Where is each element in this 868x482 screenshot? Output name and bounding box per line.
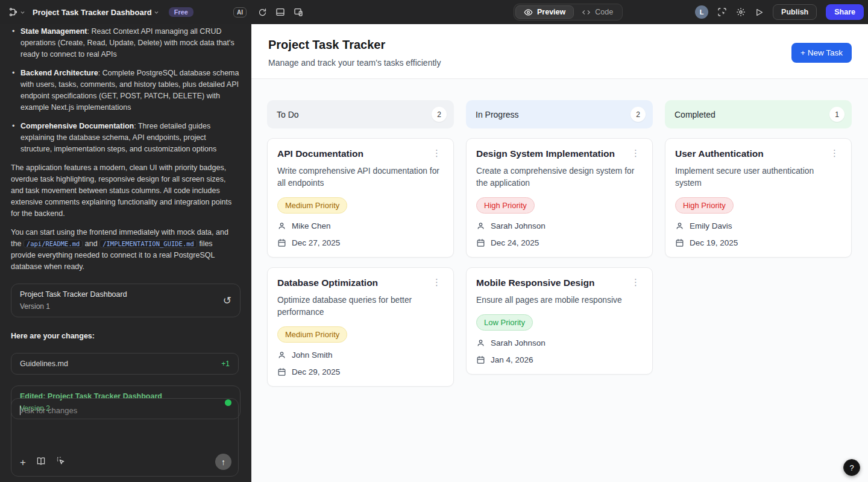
task-title: Database Optimization [277,277,378,288]
task-card[interactable]: Mobile Responsive Design⋮Ensure all page… [466,267,653,375]
priority-badge: Medium Priority [277,197,347,214]
task-card[interactable]: Design System Implementation⋮Create a co… [466,138,653,258]
due-date-row: Dec 27, 2025 [277,238,444,247]
assignee-name: Sarah Johnson [491,338,546,347]
task-card-header: API Documentation⋮ [277,148,444,159]
logo-chevron-down-icon[interactable] [20,10,25,15]
assignee-name: Sarah Johnson [491,221,546,230]
task-card[interactable]: API Documentation⋮Write comprehensive AP… [267,138,454,258]
task-card[interactable]: User Authentication⋮Implement secure use… [665,138,852,258]
column-count-badge: 2 [631,107,646,122]
task-title: Mobile Responsive Design [476,277,594,288]
view-toggle: Preview Code [514,4,623,21]
kanban-column-blue: In Progress2Design System Implementation… [466,100,653,396]
project-chevron-down-icon[interactable] [154,10,159,15]
task-card[interactable]: Database Optimization⋮Optimize database … [267,267,454,387]
person-icon [476,221,485,230]
person-icon [675,221,684,230]
column-header[interactable]: In Progress2 [466,100,653,128]
publish-button[interactable]: Publish [773,4,817,20]
version-card-1[interactable]: Project Task Tracker Dashboard Version 1… [11,284,241,317]
chat-input-placeholder: Ask for changes [20,406,77,415]
priority-badge: Medium Priority [277,326,347,343]
task-card-header: Mobile Responsive Design⋮ [476,277,643,288]
kebab-menu-icon[interactable]: ⋮ [629,148,643,157]
assignee-name: John Smith [292,350,333,360]
preview-pane: Project Task Tracker Manage and track yo… [251,24,868,482]
task-description: Optimize database queries for better per… [277,294,444,319]
refresh-icon[interactable] [258,8,267,17]
play-icon[interactable] [755,8,764,17]
due-date-row: Jan 4, 2026 [476,355,643,364]
ai-badge: AI [233,7,247,17]
task-card-header: Database Optimization⋮ [277,277,444,288]
priority-badge: High Priority [675,197,734,214]
attach-plus-icon[interactable]: + [20,457,26,469]
task-card-header: User Authentication⋮ [675,148,841,159]
inspect-icon[interactable] [717,7,727,17]
changes-label: Here are your changes: [11,332,241,340]
task-description: Write comprehensive API documentation fo… [277,165,444,189]
due-date-row: Dec 24, 2025 [476,238,643,247]
inline-code: /IMPLEMENTATION_GUIDE.md [99,239,197,248]
send-button[interactable]: ↑ [215,454,231,470]
assignee-name: Emily Davis [690,221,732,230]
help-button[interactable]: ? [843,459,860,476]
restore-icon[interactable]: ↺ [223,294,231,307]
app-logo-icon[interactable] [8,7,18,17]
assignee-name: Mike Chen [292,221,331,230]
project-title[interactable]: Project Task Tracker Dashboard [33,8,152,17]
kebab-menu-icon[interactable]: ⋮ [430,277,444,287]
assignee-row: Sarah Johnson [476,338,643,347]
version-card-version: Version 1 [20,302,127,311]
assistant-message: State Management: React Context API mana… [0,24,251,273]
kanban-column-green: Completed1User Authentication⋮Implement … [665,100,852,396]
avatar[interactable]: L [695,5,708,19]
kebab-menu-icon[interactable]: ⋮ [430,148,444,157]
gear-icon[interactable] [736,7,746,17]
version-card-title: Project Task Tracker Dashboard [20,290,127,299]
file-change-card[interactable]: Guidelines.md +1 [11,353,239,375]
topbar-left: Project Task Tracker Dashboard Free AI [0,0,251,24]
share-button[interactable]: Share [826,4,864,20]
calendar-icon [476,238,485,247]
due-date: Dec 24, 2025 [491,238,539,247]
priority-badge: Low Priority [476,314,533,331]
task-title: Design System Implementation [476,148,615,159]
chat-input[interactable]: Ask for changes + ↑ [11,398,239,477]
tab-preview[interactable]: Preview [515,5,574,19]
due-date-row: Dec 19, 2025 [675,238,841,247]
due-date: Dec 27, 2025 [292,238,340,247]
file-name: Guidelines.md [20,360,68,368]
knowledge-book-icon[interactable] [36,457,46,468]
responsive-preview-icon[interactable] [294,7,303,17]
sparkle-cursor-icon[interactable] [56,456,66,469]
column-header[interactable]: Completed1 [665,100,852,128]
calendar-icon [277,238,286,247]
feature-bullet-list: State Management: React Context API mana… [11,26,239,155]
due-date-row: Dec 29, 2025 [277,367,444,376]
tab-code[interactable]: Code [574,5,621,19]
feature-bullet: Backend Architecture: Complete PostgreSQ… [11,68,239,113]
file-change-count: +1 [221,360,230,368]
column-title: Completed [675,110,715,119]
kebab-menu-icon[interactable]: ⋮ [828,148,841,157]
plan-badge[interactable]: Free [169,7,193,17]
column-count-badge: 1 [829,107,844,122]
panel-bottom-icon[interactable] [275,7,285,17]
feature-bullet: State Management: React Context API mana… [11,26,239,60]
assignee-row: Sarah Johnson [476,221,643,230]
code-icon [582,8,591,17]
kebab-menu-icon[interactable]: ⋮ [629,277,643,287]
assignee-row: Emily Davis [675,221,841,230]
new-task-button[interactable]: + New Task [791,43,852,63]
chat-sidebar: State Management: React Context API mana… [0,24,251,482]
column-header[interactable]: To Do2 [267,100,454,128]
top-bar: Project Task Tracker Dashboard Free AI P… [0,0,868,24]
assignee-row: John Smith [277,350,444,360]
task-description: Create a comprehensive design system for… [476,165,643,189]
task-description: Ensure all pages are mobile responsive [476,294,643,306]
person-icon [277,221,286,230]
feature-bullet: Comprehensive Documentation: Three detai… [11,121,239,155]
due-date: Dec 29, 2025 [292,367,340,376]
